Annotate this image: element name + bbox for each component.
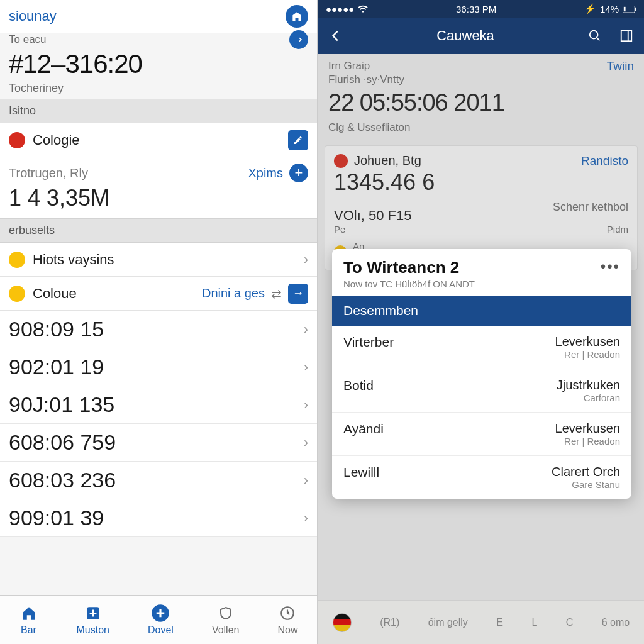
- list-item[interactable]: 608:06 759 ›: [0, 424, 317, 462]
- cologie-label: Cologie: [33, 132, 80, 148]
- popup-row-r2: Rer | Readon: [555, 349, 620, 360]
- popup-row[interactable]: Lewilll Clarert OrchGare Stanu: [332, 456, 631, 499]
- tab-label: Muston: [77, 625, 109, 636]
- popup-row[interactable]: Botid JjustrkukenCarforan: [332, 369, 631, 413]
- chevron-right-icon: ›: [304, 435, 308, 451]
- popup-row-r1: Leverkusen: [555, 421, 620, 436]
- chevron-right-icon: ›: [304, 252, 308, 268]
- tab-label: Dovel: [148, 625, 174, 636]
- svg-rect-5: [624, 6, 626, 11]
- time-value: 608:06 759: [9, 430, 116, 455]
- trot-label: Trotrugen, Rly: [9, 166, 88, 180]
- chevron-right-icon: ›: [304, 510, 308, 526]
- list-item[interactable]: 608:03 236 ›: [0, 462, 317, 499]
- search-icon[interactable]: [585, 26, 605, 46]
- tab-bar-item[interactable]: Bar: [19, 604, 38, 636]
- list-item[interactable]: 909:01 39 ›: [0, 499, 317, 537]
- popup-row-left: Ayändi: [343, 421, 384, 436]
- time-value: 90J:01 135: [9, 392, 114, 417]
- home-icon: [19, 604, 38, 623]
- battery-icon: [623, 6, 636, 13]
- section-erbuselts: erbuselts: [0, 218, 317, 243]
- svg-rect-7: [621, 31, 632, 42]
- go-icon[interactable]: [289, 30, 308, 49]
- trotrugen-row: Trotrugen, Rly Xpims + 1 4 3,35M: [0, 157, 317, 218]
- chevron-right-icon: ›: [304, 397, 308, 413]
- tab-label: Vollen: [212, 625, 240, 636]
- chevron-right-icon: ›: [304, 321, 308, 338]
- chevron-right-icon: ›: [304, 472, 308, 489]
- popup-title: To Wirteancn 2: [343, 258, 475, 277]
- hiots-label: Hiots vaysins: [33, 252, 114, 268]
- status-bar: ●●●●● 36:33 PM ⚡ 14%: [318, 0, 644, 18]
- popup-row[interactable]: Ayändi LeverkusenRer | Readon: [332, 413, 631, 456]
- popup-card: To Wirteancn 2 Now tov TC Hülıöb4f ON AN…: [332, 249, 631, 499]
- panel-icon[interactable]: [616, 26, 636, 46]
- time-value: 908:09 15: [9, 317, 104, 341]
- wifi-icon: [358, 5, 368, 13]
- tab-bar-item[interactable]: Muston: [77, 604, 109, 636]
- section-isitno: Isitno: [0, 99, 317, 123]
- coloue-label: Coloue: [33, 286, 77, 302]
- popup-sub: Now tov TC Hülıöb4f ON ANDT: [343, 279, 475, 289]
- popup-row-r2: Rer | Readon: [555, 436, 620, 447]
- yellow-dot-icon: [9, 286, 25, 302]
- popup-row-left: Virterber: [343, 335, 394, 350]
- time-value: 902:01 19: [9, 355, 104, 379]
- list-item[interactable]: 902:01 19 ›: [0, 348, 317, 386]
- back-icon[interactable]: [326, 26, 346, 46]
- dnini-link[interactable]: Dnini a ges: [202, 286, 265, 301]
- left-header: siounay: [0, 0, 317, 33]
- clock-icon: [278, 604, 297, 623]
- add-icon[interactable]: +: [289, 164, 308, 182]
- edit-icon[interactable]: [288, 130, 308, 150]
- grid-icon: [84, 604, 103, 623]
- nav-title: Cauweka: [436, 28, 494, 44]
- time-value: 909:01 39: [9, 506, 104, 530]
- list-item[interactable]: 908:09 15 ›: [0, 311, 317, 348]
- hiots-row[interactable]: Hiots vaysins ›: [0, 243, 317, 277]
- popup-row-left: Botid: [343, 378, 374, 393]
- tab-label: Now: [277, 625, 297, 636]
- go-arrow-icon[interactable]: →: [288, 284, 308, 304]
- yellow-dot-icon: [9, 252, 25, 268]
- popup-selected[interactable]: Desemmben: [332, 296, 631, 326]
- left-pane: siounay To eacu #12–316:20 Tocheriney Is…: [0, 0, 318, 644]
- svg-point-6: [590, 31, 598, 39]
- shield-icon: [216, 604, 235, 623]
- popup-row[interactable]: Virterber LeverkusenRer | Readon: [332, 326, 631, 369]
- coloue-row[interactable]: Coloue Dnini a ges ⇄ →: [0, 277, 317, 311]
- header-building-icon[interactable]: [286, 5, 308, 28]
- dist-value: 1 4 3,35M: [9, 185, 308, 211]
- popup-row-r2: Carforan: [557, 392, 620, 403]
- main-sub: Tocheriney: [0, 82, 317, 99]
- tab-label: Bar: [21, 625, 36, 636]
- main-number: #12–316:20: [0, 49, 317, 82]
- nav-bar: Cauweka: [318, 18, 644, 54]
- signal-icon: ●●●●●: [326, 4, 354, 14]
- chevron-right-icon: ›: [304, 359, 308, 375]
- tab-bar-item[interactable]: Vollen: [212, 604, 240, 636]
- brand-label: siounay: [9, 8, 57, 25]
- tab-bar: Bar Muston Dovel Vollen Now: [0, 595, 317, 644]
- bolt-icon: ⚡: [584, 3, 596, 14]
- popup-row-r1: Clarert Orch: [552, 465, 620, 479]
- popup-row-r1: Leverkusen: [555, 335, 620, 349]
- popup-row-left: Lewilll: [343, 465, 379, 480]
- list-item[interactable]: 90J:01 135 ›: [0, 386, 317, 424]
- cologie-row[interactable]: Cologie: [0, 123, 317, 157]
- to-label: To eacu: [9, 33, 47, 46]
- tab-bar-item[interactable]: Dovel: [148, 604, 174, 636]
- popup-row-r1: Jjustrkuken: [557, 378, 620, 392]
- more-icon[interactable]: •••: [601, 258, 620, 275]
- tab-bar-item[interactable]: Now: [277, 604, 297, 636]
- battery-text: 14%: [600, 4, 619, 14]
- red-dot-icon: [9, 132, 25, 148]
- popup-row-r2: Gare Stanu: [552, 479, 620, 490]
- svg-rect-4: [635, 7, 636, 11]
- status-time: 36:33 PM: [456, 4, 496, 14]
- plus-circle-icon: [151, 604, 170, 623]
- right-pane: ●●●●● 36:33 PM ⚡ 14% Cauweka: [318, 0, 644, 644]
- xpims-link[interactable]: Xpims: [248, 166, 283, 180]
- time-value: 608:03 236: [9, 468, 116, 492]
